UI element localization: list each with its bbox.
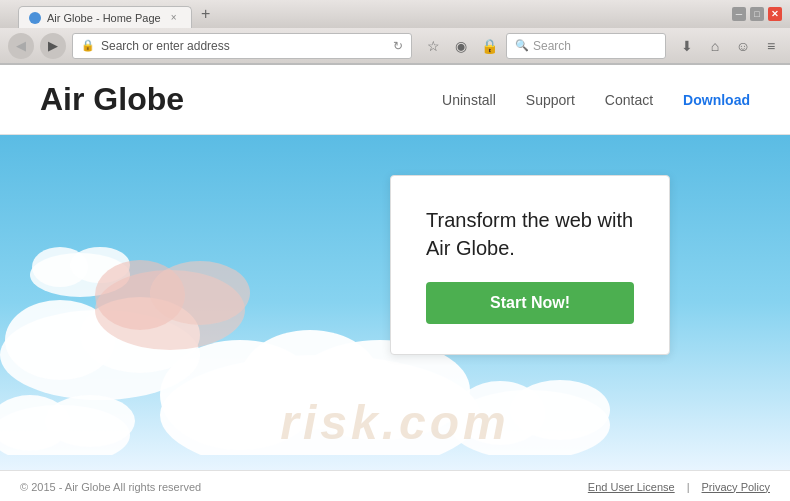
browser-chrome: Air Globe - Home Page × + ─ □ ✕ ◀ ▶ 🔒 Se… <box>0 0 790 65</box>
download-icon[interactable]: ⬇ <box>676 35 698 57</box>
site-header: Air Globe Uninstall Support Contact Down… <box>0 65 790 135</box>
address-bar[interactable]: 🔒 Search or enter address ↻ <box>72 33 412 59</box>
toolbar-icons: ☆ ◉ 🔒 <box>422 35 500 57</box>
start-now-button[interactable]: Start Now! <box>426 282 634 324</box>
browser-toolbar: ◀ ▶ 🔒 Search or enter address ↻ ☆ ◉ 🔒 🔍 … <box>0 28 790 64</box>
refresh-icon[interactable]: ↻ <box>393 39 403 53</box>
window-controls: ─ □ ✕ <box>732 7 782 21</box>
bookmark-icon[interactable]: ☆ <box>422 35 444 57</box>
nav-support[interactable]: Support <box>526 92 575 108</box>
site-logo: Air Globe <box>40 81 442 118</box>
maximize-button[interactable]: □ <box>750 7 764 21</box>
hero-section: risk.com Transform the web with Air Glob… <box>0 135 790 470</box>
tab-area: Air Globe - Home Page × + <box>8 0 216 28</box>
menu-icon[interactable]: ≡ <box>760 35 782 57</box>
site-footer: © 2015 - Air Globe All rights reserved E… <box>0 470 790 501</box>
new-tab-button[interactable]: + <box>196 4 216 24</box>
search-placeholder: Search <box>533 39 571 53</box>
footer-links: End User License | Privacy Policy <box>588 481 770 493</box>
search-icon: 🔍 <box>515 39 529 52</box>
active-tab[interactable]: Air Globe - Home Page × <box>18 6 192 28</box>
footer-separator: | <box>687 481 690 493</box>
hero-card: Transform the web with Air Globe. Start … <box>390 175 670 355</box>
account-icon[interactable]: ☺ <box>732 35 754 57</box>
footer-privacy-link[interactable]: Privacy Policy <box>702 481 770 493</box>
nav-contact[interactable]: Contact <box>605 92 653 108</box>
address-lock-icon: 🔒 <box>81 39 95 52</box>
hero-tagline: Transform the web with Air Globe. <box>426 206 634 262</box>
footer-eula-link[interactable]: End User License <box>588 481 675 493</box>
right-toolbar-icons: ⬇ ⌂ ☺ ≡ <box>676 35 782 57</box>
tab-title: Air Globe - Home Page <box>47 12 161 24</box>
nav-download[interactable]: Download <box>683 92 750 108</box>
title-bar: Air Globe - Home Page × + ─ □ ✕ <box>0 0 790 28</box>
forward-button[interactable]: ▶ <box>40 33 66 59</box>
webpage: Air Globe Uninstall Support Contact Down… <box>0 65 790 501</box>
tab-close-button[interactable]: × <box>167 11 181 25</box>
pocket-icon[interactable]: ◉ <box>450 35 472 57</box>
address-text: Search or enter address <box>101 39 387 53</box>
back-button[interactable]: ◀ <box>8 33 34 59</box>
close-window-button[interactable]: ✕ <box>768 7 782 21</box>
footer-copyright: © 2015 - Air Globe All rights reserved <box>20 481 201 493</box>
watermark: risk.com <box>280 395 509 450</box>
nav-uninstall[interactable]: Uninstall <box>442 92 496 108</box>
tab-favicon <box>29 12 41 24</box>
home-icon[interactable]: ⌂ <box>704 35 726 57</box>
lock-icon[interactable]: 🔒 <box>478 35 500 57</box>
search-bar[interactable]: 🔍 Search <box>506 33 666 59</box>
minimize-button[interactable]: ─ <box>732 7 746 21</box>
site-nav: Uninstall Support Contact Download <box>442 92 750 108</box>
